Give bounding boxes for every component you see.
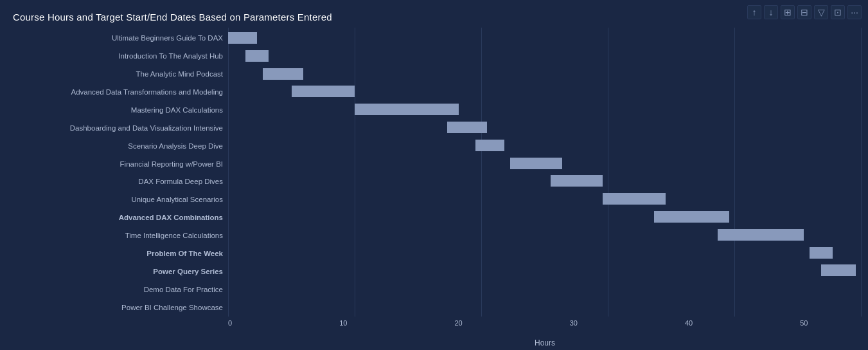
y-label: The Analytic Mind Podcast bbox=[10, 66, 228, 82]
x-axis: 01020304050 Hours bbox=[228, 317, 862, 336]
bar bbox=[292, 86, 355, 97]
sort-desc-icon[interactable]: ↓ bbox=[764, 5, 778, 19]
bar bbox=[355, 104, 458, 115]
bar bbox=[228, 32, 257, 44]
bar-row bbox=[228, 228, 862, 242]
y-label: DAX Formula Deep Dives bbox=[10, 173, 228, 190]
bar-row bbox=[228, 120, 862, 134]
bar bbox=[475, 140, 504, 151]
bar-row bbox=[228, 138, 862, 152]
plot-area: 01020304050 Hours bbox=[228, 28, 862, 336]
bar bbox=[821, 264, 856, 276]
y-label: Power Query Series bbox=[10, 263, 228, 280]
bars-wrapper bbox=[228, 28, 862, 317]
x-tick: 0 bbox=[228, 319, 232, 327]
bar bbox=[245, 50, 269, 62]
y-label: Advanced DAX Combinations bbox=[10, 209, 228, 226]
bar-row bbox=[228, 246, 862, 260]
bar-row bbox=[228, 84, 862, 98]
bar-row bbox=[228, 49, 862, 63]
x-axis-label: Hours bbox=[228, 338, 862, 347]
toolbar: ↑ ↓ ⊞ ⊟ ▽ ⊡ ··· bbox=[747, 5, 862, 19]
bar bbox=[447, 122, 488, 133]
more-options-icon[interactable]: ··· bbox=[847, 5, 862, 19]
bar-row bbox=[228, 192, 862, 206]
filter-icon[interactable]: ▽ bbox=[814, 5, 828, 19]
x-tick: 30 bbox=[570, 319, 578, 327]
y-label: Advanced Data Transformations and Modeli… bbox=[10, 84, 228, 100]
y-axis: Ultimate Beginners Guide To DAXIntroduct… bbox=[10, 28, 228, 336]
x-ticks: 01020304050 bbox=[228, 319, 862, 329]
chart-area: Ultimate Beginners Guide To DAXIntroduct… bbox=[6, 28, 862, 336]
x-tick: 20 bbox=[454, 319, 462, 327]
bar-row bbox=[228, 174, 862, 188]
y-label: Mastering DAX Calculations bbox=[10, 102, 228, 118]
bar-row bbox=[228, 263, 862, 277]
y-label: Time Intelligence Calculations bbox=[10, 227, 228, 244]
x-tick: 40 bbox=[685, 319, 693, 327]
bar-row bbox=[228, 31, 862, 45]
bar-row bbox=[228, 156, 862, 170]
chart-container: Course Hours and Target Start/End Dates … bbox=[0, 0, 868, 350]
bar-row bbox=[228, 102, 862, 116]
bar bbox=[510, 158, 562, 169]
bar bbox=[810, 247, 833, 259]
bar bbox=[654, 211, 729, 223]
chart-title: Course Hours and Target Start/End Dates … bbox=[6, 6, 862, 28]
y-label: Problem Of The Week bbox=[10, 245, 228, 262]
y-label: Demo Data For Practice bbox=[10, 281, 228, 298]
bars-container bbox=[228, 28, 862, 317]
y-label: Ultimate Beginners Guide To DAX bbox=[10, 30, 228, 46]
bar-row bbox=[228, 299, 862, 313]
y-label: Dashboarding and Data Visualization Inte… bbox=[10, 120, 228, 136]
bar bbox=[603, 193, 666, 205]
bar-row bbox=[228, 67, 862, 81]
sort-asc-icon[interactable]: ↑ bbox=[747, 5, 761, 19]
bar-row bbox=[228, 210, 862, 224]
bar bbox=[551, 175, 603, 187]
y-label: Unique Analytical Scenarios bbox=[10, 191, 228, 208]
y-label: Power BI Challenge Showcase bbox=[10, 299, 228, 316]
x-tick: 50 bbox=[800, 319, 808, 327]
y-label: Financial Reporting w/Power BI bbox=[10, 156, 228, 172]
expand-icon[interactable]: ⊞ bbox=[781, 5, 795, 19]
collapse-icon[interactable]: ⊟ bbox=[797, 5, 811, 19]
x-tick: 10 bbox=[339, 319, 347, 327]
bar bbox=[718, 229, 804, 241]
y-label: Introduction To The Analyst Hub bbox=[10, 48, 228, 64]
focus-icon[interactable]: ⊡ bbox=[831, 5, 845, 19]
bar bbox=[263, 68, 303, 80]
y-label: Scenario Analysis Deep Dive bbox=[10, 138, 228, 154]
bar-row bbox=[228, 281, 862, 295]
